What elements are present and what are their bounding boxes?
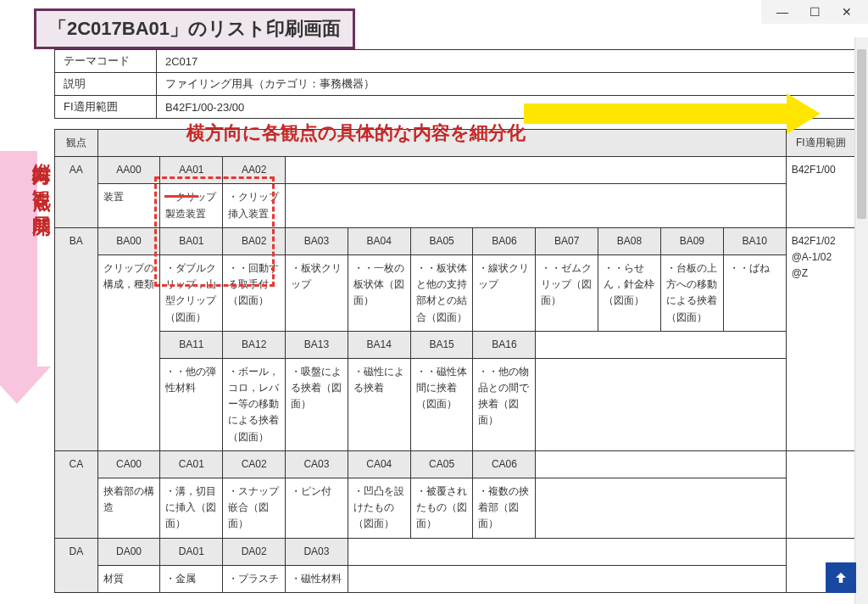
annotation-vertical: 縦方向に観点を展開 (29, 148, 54, 205)
cell-BA00: BA00 (97, 227, 160, 254)
cell-BA02-desc: ・・回動する取手付（図面） (223, 254, 286, 331)
cell-DA01-desc: ・金属 (160, 565, 223, 592)
cell-blank (348, 565, 786, 592)
cell-BA08-desc: ・・らせん，針金枠（図面） (598, 254, 661, 331)
row-CA-label: 挾着部の構造 (97, 478, 160, 539)
cell-BA06: BA06 (473, 227, 536, 254)
row-BA-viewpoint: BA (55, 227, 98, 450)
info-desc: ファイリング用具（カテゴリ：事務機器） (157, 73, 856, 96)
cell-BA04-desc: ・・一枚の板状体（図面） (348, 254, 410, 331)
info-fi-label: FI適用範囲 (55, 96, 157, 119)
row-AA-viewpoint: AA (55, 157, 98, 228)
cell-BA14: BA14 (348, 331, 410, 358)
cell-CA05-desc: ・被覆されたもの（図面） (410, 478, 473, 539)
grid-header-viewpoint: 観点 (55, 130, 98, 157)
cell-AA00: AA00 (97, 157, 160, 184)
info-desc-label: 説明 (55, 73, 157, 96)
cell-CA00: CA00 (97, 450, 160, 478)
cell-DA03: DA03 (286, 538, 348, 565)
cell-CA-fi (786, 450, 855, 538)
cell-AA01-desc: ・クリップ製造装置 (160, 184, 223, 227)
cell-AA02: AA02 (223, 157, 286, 184)
cell-blank (536, 478, 786, 539)
cell-DA02-desc: ・プラスチ (223, 565, 286, 592)
cell-CA06: CA06 (473, 450, 536, 478)
cell-BA12: BA12 (223, 331, 286, 358)
grid-table: 観点 FI適用範囲 AA AA00 AA01 AA02 B42F1/00 装置 … (54, 129, 856, 593)
scroll-to-top-button[interactable] (826, 562, 856, 593)
cell-CA03: CA03 (286, 450, 348, 478)
cell-CA04-desc: ・凹凸を設けたもの（図面） (348, 478, 410, 539)
row-AA-label: 装置 (97, 184, 160, 227)
cell-BA12-desc: ・ボール，コロ，レバー等の移動による挾着（図面） (223, 358, 286, 450)
cell-BA13: BA13 (286, 331, 348, 358)
cell-DA00: DA00 (97, 538, 160, 565)
arrow-right-annotation (787, 93, 821, 134)
cell-BA10-desc: ・・ばね (723, 254, 786, 331)
cell-BA10: BA10 (723, 227, 786, 254)
cell-DA02: DA02 (223, 538, 286, 565)
cell-BA02: BA02 (223, 227, 286, 254)
cell-BA07: BA07 (536, 227, 598, 254)
scrollbar-thumb[interactable] (857, 49, 866, 219)
vertical-scrollbar[interactable] (854, 37, 868, 604)
cell-blank (348, 538, 786, 565)
cell-CA02-desc: ・スナップ嵌合（図面） (223, 478, 286, 539)
cell-CA06-desc: ・複数の挾着部（図面） (473, 478, 536, 539)
cell-blank (536, 450, 786, 478)
cell-CA05: CA05 (410, 450, 473, 478)
cell-BA05-desc: ・・板状体と他の支持部材との結合（図面） (410, 254, 473, 331)
cell-BA15-desc: ・・磁性体間に挾着（図面） (410, 358, 473, 450)
row-BA-label: クリップの構成，種類 (97, 254, 160, 450)
info-theme-code: 2C017 (157, 50, 856, 73)
cell-BA03: BA03 (286, 227, 348, 254)
window-maximize[interactable]: ☐ (805, 5, 824, 19)
window-close[interactable]: ✕ (837, 5, 856, 19)
info-theme-code-label: テーマコード (55, 50, 157, 73)
cell-BA11: BA11 (160, 331, 223, 358)
cell-CA04: CA04 (348, 450, 410, 478)
cell-blank (536, 358, 786, 450)
cell-blank (286, 157, 787, 184)
cell-BA06-desc: ・線状クリップ (473, 254, 536, 331)
cell-AA02-desc: ・クリップ挿入装置 (223, 184, 286, 227)
cell-CA03-desc: ・ピン付 (286, 478, 348, 539)
row-CA-viewpoint: CA (55, 450, 98, 538)
cell-BA16-desc: ・・他の物品との間で挾着（図面） (473, 358, 536, 450)
cell-BA11-desc: ・・他の弾性材料 (160, 358, 223, 450)
row-DA-label: 材質 (97, 565, 160, 592)
cell-BA05: BA05 (410, 227, 473, 254)
cell-BA03-desc: ・板状クリップ (286, 254, 348, 331)
grid-area: 観点 FI適用範囲 AA AA00 AA01 AA02 B42F1/00 装置 … (54, 129, 856, 593)
cell-BA-fi: B42F1/02 @A-1/02 @Z (786, 227, 855, 450)
annotation-horizontal: 横方向に各観点の具体的な内容を細分化 (186, 120, 526, 146)
cell-blank (286, 184, 787, 227)
cell-blank (536, 331, 786, 358)
cell-CA01-desc: ・溝，切目に挿入（図面） (160, 478, 223, 539)
page-title-banner: 「2C017BA01」のリスト印刷画面 (34, 8, 355, 49)
window-controls: — ☐ ✕ (761, 0, 868, 24)
cell-AA-fi: B42F1/00 (786, 157, 855, 228)
row-DA-viewpoint: DA (55, 538, 98, 592)
cell-DA03-desc: ・磁性材料 (286, 565, 348, 592)
cell-BA14-desc: ・磁性による挾着 (348, 358, 410, 450)
cell-BA16: BA16 (473, 331, 536, 358)
cell-BA01-desc: ・ダブルクリップ，山型クリップ（図面） (160, 254, 223, 331)
cell-BA08: BA08 (598, 227, 661, 254)
cell-BA15: BA15 (410, 331, 473, 358)
cell-DA01: DA01 (160, 538, 223, 565)
cell-BA04: BA04 (348, 227, 410, 254)
cell-CA01: CA01 (160, 450, 223, 478)
cell-AA01: AA01 (160, 157, 223, 184)
cell-CA02: CA02 (223, 450, 286, 478)
window-minimize[interactable]: — (773, 5, 792, 19)
cell-BA09: BA09 (660, 227, 723, 254)
highlight-underline (164, 195, 198, 198)
arrow-up-icon (833, 570, 849, 585)
cell-BA07-desc: ・・ゼムクリップ（図面） (536, 254, 598, 331)
cell-BA13-desc: ・吸盤による挾着（図面） (286, 358, 348, 450)
cell-BA09-desc: ・台板の上方への移動による挾着（図面） (660, 254, 723, 331)
cell-BA01: BA01 (160, 227, 223, 254)
